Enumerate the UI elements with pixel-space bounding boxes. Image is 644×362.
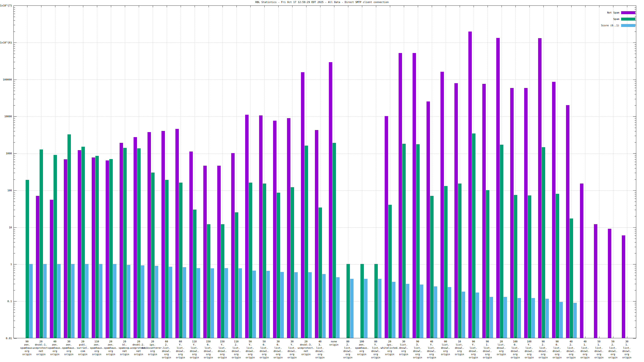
x-tick-label-line: 2. (162, 343, 171, 347)
x-tick-label-line: origin (524, 356, 534, 359)
x-tick-label-line: 100 (524, 340, 534, 343)
x-tick-label-line: spamcop. (119, 347, 131, 350)
x-tick-label-line: dnswl. (343, 350, 352, 353)
x-tick-label-line: dnswl. (524, 350, 534, 353)
x-tick-label-line: 150 (204, 340, 213, 343)
x-tick-label-line: origin (315, 356, 324, 359)
x-tick-label-line: 1. (622, 343, 632, 347)
x-tick-label-line: none (329, 340, 338, 343)
x-tick-label-line: org (469, 353, 478, 356)
x-tick-label-line: list. (343, 347, 352, 350)
x-tick-label-line: uceprotect. (33, 347, 50, 350)
x-tick-label-line: 2. (566, 343, 576, 347)
x-tick-label-line: dnswl. (580, 350, 590, 353)
x-tick-label-line: origin (142, 353, 163, 356)
x-tick-label-line: origin (119, 353, 131, 356)
x-tick-label-line: list. (190, 347, 199, 350)
x-tick-label-line: 90 (552, 340, 562, 343)
x-tick-label-line: origin (343, 356, 352, 359)
x-tick-label-line: ips. (380, 343, 398, 347)
x-tick-label-line: origin (62, 353, 76, 356)
x-tick-label-line: org (497, 350, 506, 353)
x-tick-label-line: list. (315, 347, 324, 350)
x-tick-label-line: list. (399, 343, 408, 347)
x-tick-label-line: 20 (497, 340, 506, 343)
x-tick-label-line: origin (594, 356, 604, 359)
x-tick-label-line: 80 (343, 340, 352, 343)
x-tick-label-line: list. (274, 347, 283, 350)
x-tick-label-line: net (33, 350, 50, 353)
x-tick-label-line: dnswl. (538, 350, 548, 353)
x-tick-label-line: 0. (204, 343, 213, 347)
x-tick-label-line: origin (483, 356, 492, 359)
x-tick-label-line: org (524, 353, 534, 356)
x-tick-label-line: dnswl. (511, 350, 520, 353)
x-tick-label-line: org (104, 350, 118, 353)
x-tick-label-line: Y. (371, 343, 380, 347)
x-tick-label-line: 1. (580, 343, 590, 347)
x-tick-label-line: origin (511, 356, 520, 359)
x-tick-label-line: list. (260, 347, 269, 350)
x-tick-label-line: origin (622, 356, 632, 359)
x-tick-label-line: org (20, 350, 34, 353)
x-tick-label-line: dnswl. (469, 350, 478, 353)
x-tick-label: 110zen.spamhaus.orgorigin (90, 340, 104, 356)
x-tick-label-line: 40 (315, 340, 324, 343)
x-tick-label-line: dnswl. (552, 350, 562, 353)
x-tick-label-line: list. (622, 347, 632, 350)
x-tick-label-line: 0. (274, 343, 283, 347)
x-tick-label-line: spamhaus. (62, 347, 76, 350)
x-tick-label-line: Y. (524, 343, 534, 347)
x-tick-label-line: list. (455, 343, 464, 347)
x-tick-label: 80Y.list.dnswl.orgorigin (371, 340, 380, 359)
x-tick-label-line: dnswl. (441, 347, 450, 350)
x-tick-label-line: list. (552, 347, 562, 350)
x-tick-label-line: org (90, 350, 104, 353)
x-tick-label-line: 20 (298, 340, 314, 343)
x-tick-label-line: 90 (483, 340, 492, 343)
x-tick-label-line: origin (441, 353, 450, 356)
x-tick-label: 10list.dnswl.orgorigin (455, 340, 464, 356)
x-tick-label-line: 110 (190, 340, 199, 343)
x-tick-label: 150Y.list.dnswl.orgorigin (218, 340, 227, 359)
x-tick-label-line: list. (608, 347, 618, 350)
x-tick-label-line: dnswl. (315, 350, 324, 353)
x-tick-label: 20dnsbl-1.uceprotect.netorigin (33, 340, 50, 356)
x-tick-label-line: 3. (413, 343, 422, 347)
x-tick-label-line: uceprotect. (298, 347, 314, 350)
x-tick-label-line: 30 (288, 340, 296, 343)
x-tick-label-line: 20 (77, 340, 89, 343)
x-tick-label-line: 20 (119, 340, 131, 343)
x-tick-label: 90zen.spamhaus.orgorigin (20, 340, 34, 356)
x-tick-label-line: 0. (552, 343, 562, 347)
x-tick-label-line: origin (413, 356, 422, 359)
x-tick-label-line: org (355, 350, 369, 353)
x-tick-label-line: dnswl. (176, 350, 185, 353)
x-tick-label-line: org (288, 353, 296, 356)
x-tick-label-line: org (62, 350, 76, 353)
x-tick-label-line: 3. (315, 343, 324, 347)
x-tick-label-line: origin (298, 353, 314, 356)
x-tick-label: 40zen.spamhaus.orgorigin (48, 340, 62, 356)
x-tick-label-line: zen. (20, 343, 34, 347)
x-tick-label-line: origin (608, 356, 618, 359)
x-tick-label-line: 100 (511, 340, 520, 343)
x-tick-label-line: origin (260, 356, 269, 359)
x-tick-label-line: dnswl. (274, 350, 283, 353)
x-tick-label-line: dnswl. (413, 350, 422, 353)
x-tick-label-line: org (580, 353, 590, 356)
x-tick-label: 30list.dnswl.orgorigin (399, 340, 408, 356)
x-tick-label-line: spamhaus. (104, 347, 118, 350)
x-tick-label-line: dnswl. (260, 350, 269, 353)
x-tick-label-line: 50 (608, 340, 618, 343)
x-tick-labels: 90zen.spamhaus.orgorigin20dnsbl-1.ucepro… (0, 0, 644, 362)
x-tick-label-line: origin (104, 353, 118, 356)
x-tick-label: 20list.dnswl.orgorigin (497, 340, 506, 356)
x-tick-label: 502.list.dnswl.orgorigin (608, 340, 618, 359)
x-tick-label-line: dnswl. (232, 350, 241, 353)
x-tick-label-line: origin (288, 356, 296, 359)
x-tick-label-line: list. (162, 347, 171, 350)
x-tick-label: 90Y.list.dnswl.orgorigin (469, 340, 478, 359)
x-tick-label-line: list. (580, 347, 590, 350)
x-tick-label-line: org (246, 353, 255, 356)
